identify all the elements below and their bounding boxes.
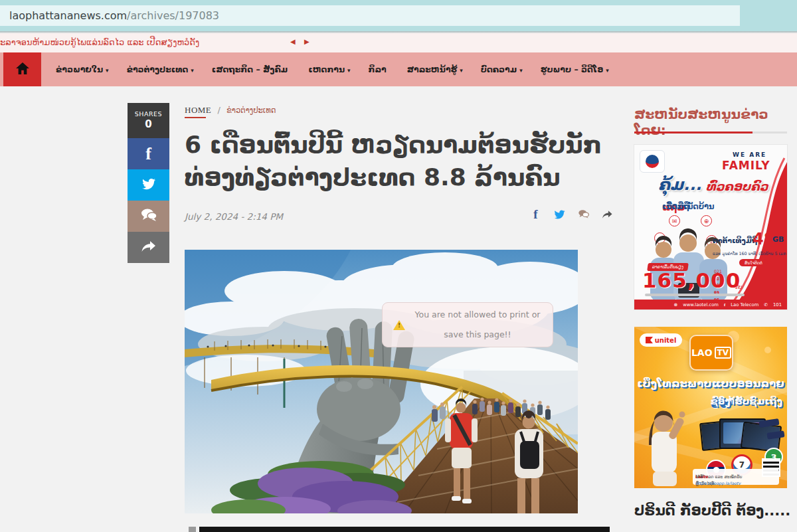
breadcrumb: HOME / ຂ່າວຕ່າງປະເທດ — [185, 105, 276, 116]
nav-item-knowledge[interactable]: ສາລະຫນ້າຮູ້▾ — [407, 64, 463, 74]
article-date: July 2, 2024 - 2:14 PM — [185, 211, 283, 222]
ad-laotel-data-label: ດາຕ້າເທິງມືຖື — [713, 236, 757, 245]
nav-item-foreign-news[interactable]: ຂ່າວຕ່າງປະເທດ▾ — [127, 64, 194, 74]
share-rail: SHARES 0 f — [128, 103, 169, 263]
ad-laotel-website: www.laotel.com — [683, 302, 719, 308]
article-hero-image: ! You are not allowed to print or save t… — [185, 250, 578, 513]
ad-laotv-headline: ເບິ່ງໂທລະພາບແບບອອນລາຍ — [634, 377, 787, 390]
chevron-down-icon: ▾ — [347, 67, 351, 74]
nav-item-events[interactable]: ເຫດການ▾ — [308, 64, 350, 74]
laotel-logo — [640, 150, 665, 173]
shares-label: SHARES — [135, 110, 162, 118]
article-share-icons: f — [530, 209, 615, 220]
share-twitter-button[interactable] — [128, 169, 169, 201]
facebook-icon: f — [724, 302, 725, 307]
share-arrow-icon — [141, 240, 157, 256]
ad-laotel-data-unit: GB — [772, 235, 784, 244]
comment-bubbles-icon — [140, 208, 157, 225]
ticker-prev-icon[interactable]: ◀ — [290, 39, 296, 45]
facebook-icon: f — [145, 144, 151, 164]
ad-laotel-fineprint — [645, 294, 745, 296]
ad-banner-laotv[interactable]: unitel LAO TV ເບິ່ງໂທລະພາບແບບອອນລາຍ ມີໃຫ… — [634, 327, 787, 488]
print-warning-text: You are not allowed to print or save thi… — [409, 305, 546, 345]
breadcrumb-underline — [185, 117, 206, 118]
ticker-next-icon[interactable]: ▶ — [304, 39, 310, 45]
twitter-icon — [141, 177, 157, 193]
ad-laotel-data-value: 48 — [753, 230, 774, 248]
unitel-logo: unitel — [640, 333, 682, 347]
share-facebook-button[interactable]: f — [128, 138, 169, 169]
ad-laotel-facebook: Lao Telecom — [731, 302, 758, 308]
bubble-decoration — [764, 347, 771, 353]
ad-laotel-price-unit: ກີບ — [735, 284, 742, 290]
chevron-down-icon: ▾ — [606, 67, 609, 74]
ad-laotv-presenter — [636, 405, 695, 488]
warning-icon: ! — [389, 320, 409, 330]
comment-icon[interactable] — [578, 209, 589, 220]
url-path: /archives/197083 — [127, 9, 219, 22]
main-nav: ຂ່າວພາຍໃນ▾ ຂ່າວຕ່າງປະເທດ▾ ເສດຖະກິດ – ສັງ… — [0, 52, 797, 86]
share-comment-button[interactable] — [128, 201, 169, 232]
ad-laotel-headline-blue: ຄຸ້ມ... — [658, 175, 701, 194]
ticker-headline[interactable]: ະລາຈອນຫ້າມໜ່ວຍກູ້ໄພແລ່ນລົດໄວ ແລະ ເປີດສຽງ… — [0, 37, 199, 47]
ad-banner-laotel[interactable]: WE ARE FAMILY ຄຸ້ມ... ທົ່ວຄອບຄົວ ເລືອກເນ… — [634, 145, 787, 310]
breadcrumb-separator: / — [217, 105, 220, 115]
browser-chrome: laophattananews.com/archives/197083 — [0, 0, 797, 31]
channel-pill — [766, 430, 784, 440]
ad-laotel-hotline: 101 — [773, 302, 782, 308]
golden-bridge-photo — [185, 250, 578, 513]
shares-count: 0 — [145, 118, 151, 131]
ad-laotel-we-are: WE ARE — [733, 151, 766, 158]
twitter-share-icon[interactable] — [554, 209, 565, 220]
ad-laotv-footer: ດາວໂຫລດ ແລະ ສະໝັກຮັບ Laotv ໄດ້ທີ່ ຫຼື ເວ… — [693, 469, 779, 485]
nav-items: ຂ່າວພາຍໃນ▾ ຂ່າວຕ່າງປະເທດ▾ ເສດຖະກິດ – ສັງ… — [56, 52, 609, 86]
ad-laotel-data-note: ແລະ ມູນຄ່າໂທ 160 ນາທີ, ເນັດບ້ານ 5 ເມກ — [713, 251, 786, 256]
shares-counter: SHARES 0 — [128, 103, 169, 138]
nav-item-photos-video[interactable]: ຮູບພາບ – ວິດີໂອ▾ — [541, 64, 609, 74]
chevron-down-icon: ▾ — [191, 67, 194, 74]
nav-item-local-news[interactable]: ຂ່າວພາຍໃນ▾ — [56, 64, 109, 74]
article-title: 6 ເດືອນຕົ້ນປີນີ້ ຫວຽດນາມຕ້ອນຮັບນັກທ່ອງທ່… — [185, 129, 620, 193]
breadcrumb-category-link[interactable]: ຂ່າວຕ່າງປະເທດ — [226, 106, 276, 115]
ad-laotel-family: FAMILY — [722, 159, 770, 172]
unitel-brand: unitel — [655, 337, 677, 344]
sidebar-heading-rule — [634, 132, 787, 133]
share-forward-button[interactable] — [128, 232, 169, 263]
ad-laotel-footer: ⊕ www.laotel.com f Lao Telecom ✆ 101 — [634, 300, 787, 310]
url-domain: laophattananews.com — [9, 9, 127, 22]
address-bar[interactable]: laophattananews.com/archives/197083 — [0, 5, 740, 26]
next-media-edge — [199, 527, 610, 532]
sidebar-bottom-text: ປຣິນດີ ກັອບປີ້ດີ ຕ້ອງ..... — [634, 503, 790, 519]
media-bullet — [189, 527, 196, 532]
phone-icon: ✆ — [764, 302, 768, 308]
nav-home-button[interactable] — [3, 52, 41, 86]
website-icon: ⊕ — [673, 302, 677, 308]
laotv-logo: LAO TV — [689, 335, 733, 371]
home-icon — [15, 62, 30, 78]
print-warning-tooltip: ! You are not allowed to print or save t… — [382, 302, 553, 347]
chevron-down-icon: ▾ — [106, 67, 109, 74]
ad-laotel-price: 165,000 — [642, 268, 741, 292]
nav-item-articles[interactable]: ບົດຄວາມ▾ — [481, 64, 523, 74]
nav-item-economy-society[interactable]: ເສດຖະກິດ – ສັງຄົມ — [212, 64, 290, 74]
breadcrumb-home-link[interactable]: HOME — [185, 105, 211, 115]
ad-laotel-contact-label: ສົນໃຈຕິດຕໍ່ — [739, 259, 768, 266]
unitel-flag-icon — [646, 337, 653, 343]
nav-item-sports[interactable]: ກິລາ — [369, 64, 389, 74]
forward-share-icon[interactable] — [602, 209, 613, 220]
news-ticker: ະລາຈອນຫ້າມໜ່ວຍກູ້ໄພແລ່ນລົດໄວ ແລະ ເປີດສຽງ… — [0, 33, 797, 52]
ad-laotel-headline-red: ທົ່ວຄອບຄົວ — [706, 179, 768, 193]
chevron-down-icon: ▾ — [519, 67, 523, 74]
mail-icon: ✉ — [669, 215, 680, 226]
facebook-share-icon[interactable]: f — [530, 209, 541, 220]
page: laophattananews.com/archives/197083 ະລາຈ… — [0, 0, 797, 532]
globe-icon: ⊕ — [701, 215, 712, 226]
chevron-down-icon: ▾ — [460, 67, 463, 74]
